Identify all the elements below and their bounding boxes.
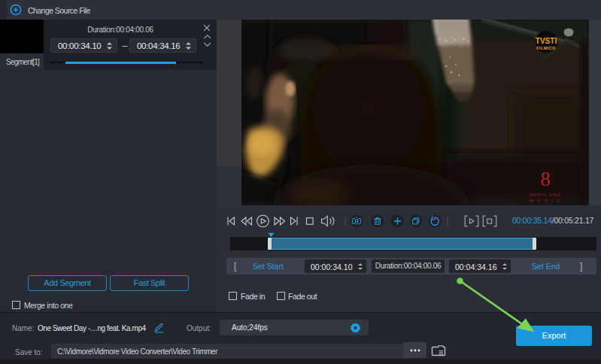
svg-text:TVSTI: TVSTI <box>536 37 557 45</box>
svg-text:M U S I C: M U S I C <box>530 199 561 203</box>
svg-text:8: 8 <box>540 168 551 190</box>
svg-text:FILMICO: FILMICO <box>536 46 556 50</box>
svg-text:DARYL ONG: DARYL ONG <box>530 193 560 197</box>
